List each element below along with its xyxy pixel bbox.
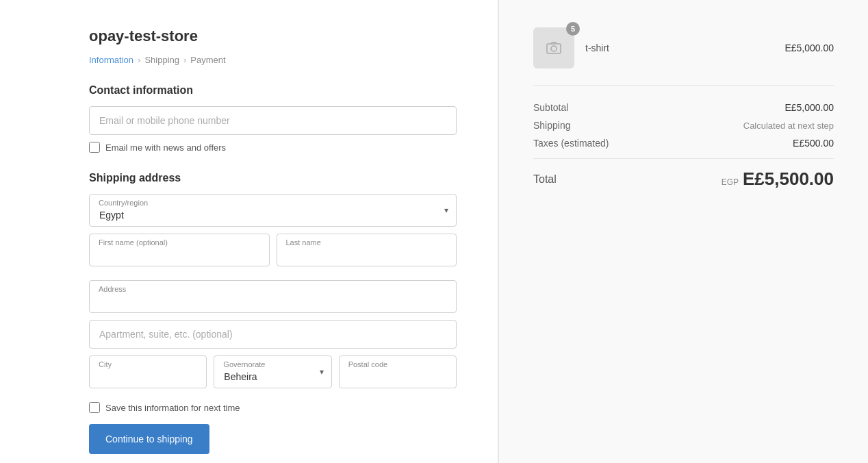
shipping-label: Shipping <box>533 120 571 131</box>
save-info-checkbox[interactable] <box>89 402 100 413</box>
taxes-label: Taxes (estimated) <box>533 138 609 149</box>
governorate-select-wrapper: Governorate Beheira ▾ <box>214 355 331 388</box>
postal-input[interactable]: 10000 <box>339 355 457 388</box>
email-input[interactable] <box>89 106 457 135</box>
city-group: City sadasd <box>89 355 207 388</box>
governorate-select[interactable]: Beheira <box>214 355 331 388</box>
first-name-input[interactable]: jerry <box>89 234 270 266</box>
cart-badge: 5 <box>566 22 580 36</box>
taxes-row: Taxes (estimated) E£500.00 <box>533 138 834 149</box>
save-info-label[interactable]: Save this information for next time <box>105 403 240 413</box>
city-gov-postal-row: City sadasd Governorate Beheira ▾ Postal… <box>89 355 457 395</box>
news-offers-label[interactable]: Email me with news and offers <box>105 142 226 153</box>
last-name-group: Last name wang <box>277 234 457 266</box>
postal-group: Postal code 10000 <box>339 355 457 388</box>
subtotal-row: Subtotal E£5,000.00 <box>533 102 834 113</box>
breadcrumb-sep-1: › <box>138 55 140 65</box>
address-input[interactable]: sdsadasda <box>89 280 457 313</box>
breadcrumb-shipping[interactable]: Shipping <box>144 55 179 65</box>
country-select[interactable]: Egypt <box>89 194 457 227</box>
total-row: Total EGP E£5,500.00 <box>533 158 834 190</box>
breadcrumb-payment[interactable]: Payment <box>190 55 225 65</box>
svg-point-1 <box>551 46 557 51</box>
continue-to-shipping-button[interactable]: Continue to shipping <box>89 424 209 454</box>
product-name: t-shirt <box>585 42 774 53</box>
last-name-input[interactable]: wang <box>277 234 457 266</box>
total-currency: EGP <box>722 177 739 187</box>
breadcrumb: Information › Shipping › Payment <box>89 55 457 65</box>
right-panel: 5 t-shirt E£5,000.00 Subtotal E£5,000.00… <box>498 0 868 463</box>
governorate-group: Governorate Beheira ▾ <box>214 355 331 388</box>
city-input[interactable]: sadasd <box>89 355 207 388</box>
shipping-row: Shipping Calculated at next step <box>533 120 834 131</box>
svg-rect-0 <box>547 44 561 53</box>
product-image-wrapper: 5 <box>533 27 574 68</box>
country-group: Country/region Egypt ▾ <box>89 194 457 227</box>
first-name-group: First name (optional) jerry <box>89 234 270 266</box>
news-offers-row: Email me with news and offers <box>89 142 457 153</box>
country-select-wrapper: Country/region Egypt ▾ <box>89 194 457 227</box>
subtotal-label: Subtotal <box>533 102 568 113</box>
shipping-value: Calculated at next step <box>743 121 834 131</box>
apartment-group <box>89 320 457 349</box>
total-label: Total <box>533 173 557 186</box>
subtotal-value: E£5,000.00 <box>784 102 834 113</box>
shipping-section-title: Shipping address <box>89 172 457 184</box>
news-offers-checkbox[interactable] <box>89 142 100 153</box>
contact-section-title: Contact information <box>89 84 457 97</box>
save-info-row: Save this information for next time <box>89 402 457 413</box>
apartment-input[interactable] <box>89 320 457 349</box>
shipping-section: Shipping address Country/region Egypt ▾ … <box>89 172 457 454</box>
total-value-wrapper: EGP E£5,500.00 <box>722 168 834 190</box>
breadcrumb-sep-2: › <box>183 55 186 65</box>
taxes-value: E£500.00 <box>793 138 834 149</box>
name-row: First name (optional) jerry Last name wa… <box>89 234 457 273</box>
total-value: E£5,500.00 <box>743 168 834 190</box>
store-title: opay-test-store <box>89 27 457 45</box>
product-price: E£5,000.00 <box>784 42 834 53</box>
cart-item: 5 t-shirt E£5,000.00 <box>533 27 834 86</box>
address-group: Address sdsadasda <box>89 280 457 313</box>
left-panel: opay-test-store Information › Shipping ›… <box>0 0 498 463</box>
breadcrumb-information[interactable]: Information <box>89 55 133 65</box>
